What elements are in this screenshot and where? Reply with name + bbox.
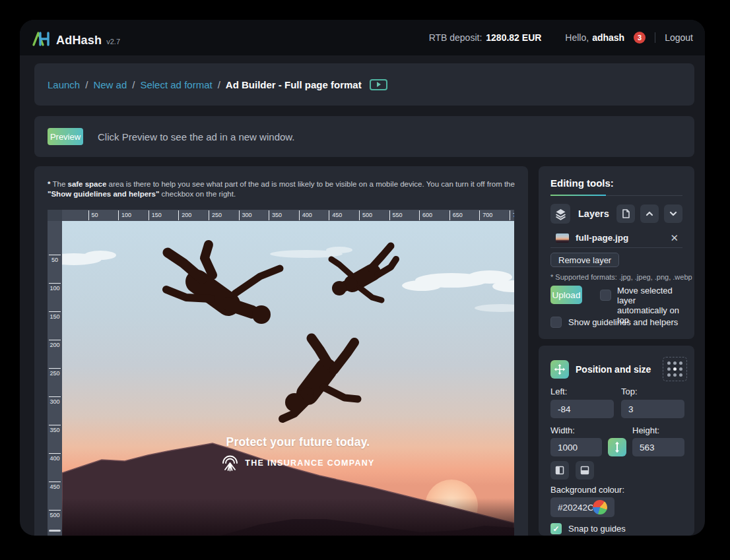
ad-headline: Protect your future today.: [72, 435, 514, 449]
preview-caption: Click Preview to see the ad in a new win…: [98, 131, 294, 142]
ad-brand-row: THE INSURANCE COMPANY: [221, 454, 375, 472]
layers-label: Layers: [578, 208, 609, 219]
layers-panel-button[interactable]: [550, 204, 570, 224]
ad-brand-name: THE INSURANCE COMPANY: [245, 458, 375, 468]
layers-header: Layers: [550, 204, 682, 224]
show-guidelines-row: Show guidelines and helpers: [550, 317, 678, 328]
editor-panel: * The safe space area is there to help y…: [34, 166, 528, 536]
logout-button[interactable]: Logout: [665, 32, 693, 43]
show-guidelines-label: Show guidelines and helpers: [568, 317, 678, 327]
brand[interactable]: AdHash v2.7: [32, 28, 120, 47]
layers-icon: [554, 208, 567, 220]
h-ruler-tick: 250: [209, 210, 222, 220]
breadcrumb: Launch / New ad / Select ad format / Ad …: [34, 63, 694, 106]
width-label: Width:: [550, 425, 575, 435]
app-window: AdHash v2.7 RTB deposit: 1280.82 EUR Hel…: [20, 20, 705, 536]
h-ruler-tick: 550: [389, 210, 403, 220]
h-ruler-tick: 350: [269, 210, 282, 220]
h-ruler-tick: 300: [239, 210, 252, 220]
preview-bar: Preview Click Preview to see the ad in a…: [34, 116, 694, 157]
breadcrumb-launch[interactable]: Launch: [48, 79, 80, 90]
h-ruler-tick: 600: [419, 210, 432, 220]
remove-layer-button[interactable]: Remove layer: [550, 253, 619, 267]
anchor-dot[interactable]: [679, 373, 682, 377]
h-ruler: 5010015020025030035040045050055060065070…: [62, 210, 514, 221]
skydiver-left: [166, 245, 280, 324]
upload-button[interactable]: Upload: [550, 286, 582, 304]
topbar: AdHash v2.7 RTB deposit: 1280.82 EUR Hel…: [20, 20, 705, 55]
v-ruler-tick: 50: [49, 255, 61, 263]
layer-thumbnail: [556, 233, 569, 243]
anchor-grid[interactable]: [663, 357, 687, 381]
breadcrumb-select-format[interactable]: Select ad format: [140, 79, 212, 90]
top-input[interactable]: [621, 400, 684, 418]
height-input[interactable]: [632, 438, 684, 456]
breadcrumb-separator: /: [85, 79, 88, 90]
layer-item[interactable]: full-page.jpg ✕: [550, 228, 682, 248]
anchor-dot[interactable]: [667, 373, 671, 377]
rtb-deposit-label: RTB deposit:: [429, 32, 482, 43]
notification-badge[interactable]: 3: [634, 32, 646, 44]
left-label: Left:: [550, 387, 567, 396]
h-ruler-tick: 650: [449, 210, 463, 220]
app-name: AdHash: [56, 34, 102, 47]
foreground-shade: [62, 498, 514, 536]
ad-artwork: [62, 221, 514, 536]
ad-canvas[interactable]: Protect your future today. THE INSURANCE…: [62, 221, 514, 536]
move-arrows-icon: [554, 363, 566, 375]
close-icon[interactable]: ✕: [670, 232, 679, 244]
anchor-dot[interactable]: [673, 373, 677, 377]
snap-to-guides-label: Snap to guides: [568, 524, 626, 534]
snap-to-guides-checkbox[interactable]: [550, 523, 562, 534]
link-resize-icon: [613, 441, 621, 453]
v-ruler-tick: 350: [49, 425, 61, 433]
show-guidelines-checkbox[interactable]: [550, 317, 562, 328]
left-input[interactable]: [550, 400, 614, 418]
editing-tools-card: Editing tools: Layers: [539, 166, 694, 339]
parachute-logo-icon: [221, 454, 239, 472]
h-ruler-tick: 50: [88, 210, 98, 220]
topbar-divider: [655, 32, 655, 43]
width-input[interactable]: [550, 438, 602, 456]
app-version: v2.7: [106, 38, 120, 46]
v-ruler-tick: 300: [49, 396, 61, 405]
breadcrumb-separator: /: [132, 79, 135, 90]
breadcrumb-new-ad[interactable]: New ad: [93, 79, 127, 90]
h-ruler-tick: 200: [178, 210, 191, 220]
anchor-dot[interactable]: [667, 361, 671, 365]
anchor-dot[interactable]: [679, 361, 682, 365]
preview-button[interactable]: Preview: [48, 128, 83, 145]
username: adhash: [592, 32, 624, 43]
center-horizontally-button[interactable]: [550, 461, 569, 480]
color-picker-icon[interactable]: [593, 500, 607, 514]
anchor-dot[interactable]: [667, 367, 671, 371]
duplicate-layer-button[interactable]: [616, 204, 635, 223]
v-ruler-tick: 150: [49, 311, 61, 320]
move-on-top-checkbox[interactable]: [600, 290, 611, 301]
play-chip-button[interactable]: [370, 79, 387, 90]
center-vertically-button[interactable]: [576, 461, 594, 480]
move-icon-button: [550, 360, 569, 379]
constrain-proportions-button[interactable]: [608, 438, 626, 456]
scrollbar-thumb[interactable]: [49, 530, 61, 532]
h-ruler-tick: 400: [299, 210, 312, 220]
v-ruler-tick: 400: [49, 453, 61, 462]
background-colour-label: Background colour:: [550, 485, 624, 495]
move-layer-down-button[interactable]: [664, 204, 682, 223]
position-size-title: Position and size: [576, 364, 651, 375]
greeting-label: Hello,: [565, 32, 589, 43]
ad-text-overlay: Protect your future today. THE INSURANCE…: [72, 435, 514, 474]
anchor-dot[interactable]: [673, 361, 677, 365]
h-ruler-tick: 450: [329, 210, 342, 220]
adhash-logo-icon: [32, 31, 51, 47]
move-layer-up-button[interactable]: [640, 204, 659, 223]
h-ruler-tick: 100: [118, 210, 131, 220]
chevron-down-icon: [669, 209, 678, 218]
anchor-dot-center[interactable]: [673, 367, 677, 371]
v-ruler-tick: 250: [49, 368, 61, 377]
editing-tools-title: Editing tools:: [550, 177, 614, 189]
anchor-dot[interactable]: [679, 367, 682, 371]
h-ruler-tick: 750: [510, 210, 514, 220]
background-colour-input[interactable]: [550, 498, 593, 516]
topbar-right: RTB deposit: 1280.82 EUR Hello, adhash 3…: [429, 32, 693, 44]
